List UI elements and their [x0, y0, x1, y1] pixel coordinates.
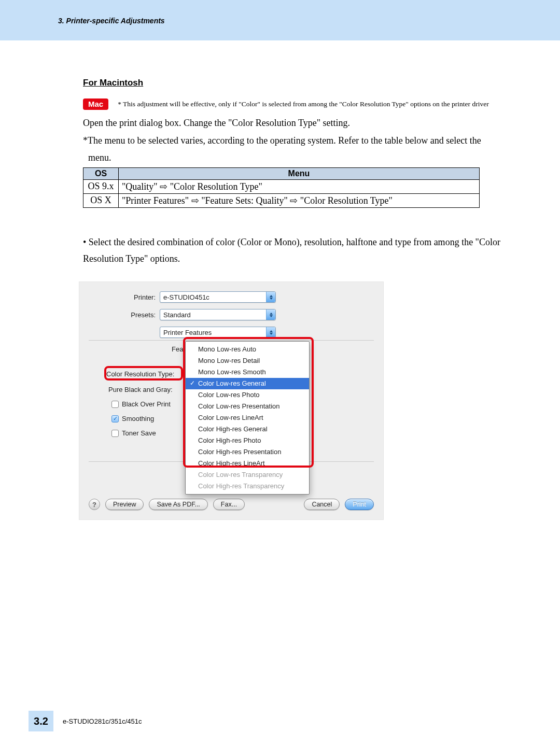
table-row: OS 9.x "Quality" ⇨ "Color Resolution Typ…: [83, 179, 480, 193]
dropdown-option[interactable]: Color Low-res General: [186, 378, 309, 389]
cancel-button[interactable]: Cancel: [304, 499, 340, 510]
dropdown-option[interactable]: Mono Low-res Detail: [186, 355, 309, 367]
dropdown-option[interactable]: Color Low-res LineArt: [186, 412, 309, 424]
row-printer: Printer: e-STUDIO451c: [79, 291, 276, 303]
divider: [89, 340, 374, 341]
instruction-open-dialog: Open the print dialog box. Change the "C…: [83, 115, 508, 132]
save-as-pdf-button[interactable]: Save As PDF...: [149, 499, 207, 510]
print-button[interactable]: Print: [345, 499, 374, 510]
fax-button[interactable]: Fax...: [213, 499, 245, 510]
asterisk: *: [83, 135, 88, 146]
checkbox-icon: [111, 401, 119, 408]
row-section: Printer Features: [79, 327, 276, 338]
dropdown-option[interactable]: Color High-res LineArt: [186, 458, 309, 469]
cell-os-x: OS X: [83, 193, 119, 207]
checkbox-label: Smoothing: [122, 415, 154, 422]
mac-badge: Mac: [83, 98, 108, 110]
instruction-menu-line2: menu.: [83, 150, 508, 166]
dropdown-option: Color Low-res Transparency: [186, 469, 309, 481]
label-printer: Printer:: [79, 293, 160, 301]
checkbox-icon: ✓: [111, 415, 119, 422]
th-os: OS: [83, 167, 119, 179]
dropdown-option[interactable]: Color High-res Photo: [186, 435, 309, 446]
checkbox-black-over-print[interactable]: Black Over Print: [111, 400, 171, 408]
help-button[interactable]: ?: [89, 499, 100, 510]
instruction-menu-varies: *The menu to be selected varies, accordi…: [83, 133, 508, 149]
bullet-instruction: • Select the desired combination of colo…: [83, 234, 508, 267]
page-content: For Macintosh Mac * This adjustment will…: [83, 78, 508, 520]
mac-note-text: * This adjustment will be effective, onl…: [118, 100, 488, 108]
dropdown-option[interactable]: Color High-res Presentation: [186, 446, 309, 458]
checkbox-icon: [111, 430, 119, 437]
stepper-icon: [266, 292, 275, 302]
dropdown-option[interactable]: Color High-res General: [186, 424, 309, 435]
dialog-button-row: ? Preview Save As PDF... Fax... Cancel P…: [89, 499, 374, 510]
chapter-title: 3. Printer-specific Adjustments: [58, 17, 165, 25]
label-color-resolution-type: Color Resolution Type:: [106, 370, 174, 378]
stepper-icon: [266, 327, 275, 337]
dropdown-option[interactable]: Mono Low-res Smooth: [186, 367, 309, 378]
os-menu-table: OS Menu OS 9.x "Quality" ⇨ "Color Resolu…: [83, 167, 480, 208]
checkbox-label: Black Over Print: [122, 400, 171, 408]
select-section-value: Printer Features: [160, 329, 266, 336]
cell-os-9x: OS 9.x: [83, 179, 119, 193]
section-number-badge: 3.2: [29, 711, 53, 731]
preview-button[interactable]: Preview: [105, 499, 144, 510]
dropdown-option[interactable]: Color Low-res Photo: [186, 389, 309, 401]
dropdown-option[interactable]: Mono Low-res Auto: [186, 344, 309, 355]
select-printer[interactable]: e-STUDIO451c: [160, 291, 276, 303]
stepper-icon: [266, 309, 275, 320]
select-presets-value: Standard: [160, 311, 266, 319]
cell-menu-9x: "Quality" ⇨ "Color Resolution Type": [119, 179, 480, 193]
dropdown-option[interactable]: Color Low-res Presentation: [186, 401, 309, 412]
row-presets: Presets: Standard: [79, 309, 276, 320]
label-pure-black-gray: Pure Black and Gray:: [108, 386, 173, 393]
dropdown-option: Color High-res Transparency: [186, 481, 309, 492]
section-heading: For Macintosh: [83, 78, 508, 88]
checkbox-label: Toner Save: [122, 429, 156, 437]
footer-model: e-STUDIO281c/351c/451c: [63, 717, 142, 725]
page-header-banner: 3. Printer-specific Adjustments: [0, 0, 560, 40]
color-resolution-type-dropdown[interactable]: Mono Low-res AutoMono Low-res DetailMono…: [185, 341, 310, 495]
print-dialog: Printer: e-STUDIO451c Presets: Standard …: [79, 281, 384, 520]
page-footer: 3.2 e-STUDIO281c/351c/451c: [29, 711, 142, 731]
instr-text-1: The menu to be selected varies, accordin…: [88, 135, 481, 146]
table-row: OS X "Printer Features" ⇨ "Feature Sets:…: [83, 193, 480, 207]
checkbox-toner-save[interactable]: Toner Save: [111, 429, 156, 437]
mac-note-row: Mac * This adjustment will be effective,…: [83, 98, 508, 110]
th-menu: Menu: [119, 167, 480, 179]
checkbox-smoothing[interactable]: ✓ Smoothing: [111, 415, 154, 422]
cell-menu-x: "Printer Features" ⇨ "Feature Sets: Qual…: [119, 193, 480, 207]
select-presets[interactable]: Standard: [160, 309, 276, 320]
select-printer-value: e-STUDIO451c: [160, 293, 266, 301]
label-presets: Presets:: [79, 311, 160, 319]
feature-sets-label-clipped: Fea: [172, 345, 183, 353]
select-section[interactable]: Printer Features: [160, 327, 276, 338]
